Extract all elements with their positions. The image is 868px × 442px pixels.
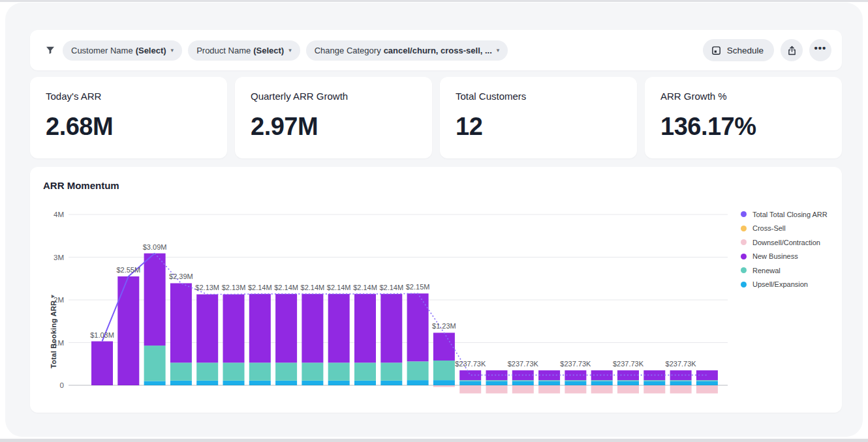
bar-value-label: $1.03M: [90, 331, 114, 339]
dashboard-container: Customer Name (Select) ▾ Product Name (S…: [5, 3, 863, 437]
bar-segment-new-business[interactable]: [275, 294, 297, 362]
bar-segment-upsell-expansion[interactable]: [538, 381, 560, 385]
bar-segment-renewal[interactable]: [459, 380, 481, 381]
bar-segment-renewal[interactable]: [696, 380, 718, 381]
bar-segment-upsell-expansion[interactable]: [696, 381, 718, 385]
bar-segment-upsell-expansion[interactable]: [170, 381, 192, 385]
bar-segment-new-business[interactable]: [380, 294, 402, 362]
share-button[interactable]: [781, 39, 803, 61]
bar-segment-renewal[interactable]: [591, 380, 613, 381]
legend-dot-icon: [741, 226, 747, 231]
y-tick-label: 3M: [54, 254, 64, 261]
bar-segment-renewal[interactable]: [170, 362, 192, 381]
bar-segment-new-business[interactable]: [433, 332, 455, 361]
arr-momentum-chart[interactable]: $1.03M$2.55M$3.09M$2.39M$2.13M$2.13M$2.1…: [30, 167, 842, 413]
bar-segment-new-business[interactable]: [144, 254, 166, 346]
bar-segment-renewal[interactable]: [275, 362, 297, 381]
bar-segment-upsell-expansion[interactable]: [617, 381, 639, 385]
chevron-down-icon: ▾: [497, 47, 500, 53]
bar-segment-upsell-expansion[interactable]: [380, 381, 402, 385]
schedule-button[interactable]: Schedule: [703, 39, 774, 61]
bar-segment-renewal[interactable]: [328, 362, 350, 381]
bar-segment-renewal[interactable]: [354, 362, 376, 381]
bar-segment-upsell-expansion[interactable]: [512, 381, 534, 385]
bar-segment-renewal[interactable]: [643, 380, 665, 381]
bar-segment-upsell-expansion[interactable]: [407, 380, 429, 385]
legend-dot-icon: [741, 267, 747, 273]
bar-segment-new-business[interactable]: [223, 294, 245, 362]
bar-segment-renewal[interactable]: [196, 362, 218, 381]
bar-segment-upsell-expansion[interactable]: [328, 381, 350, 385]
legend-item[interactable]: Upsell/Expansion: [741, 278, 844, 292]
bar-segment-renewal[interactable]: [565, 380, 586, 381]
bar-segment-downsell-contraction[interactable]: [512, 385, 534, 393]
y-tick-label: 2M: [54, 296, 64, 304]
kpi-card-total-customers[interactable]: Total Customers 12: [440, 77, 637, 158]
bar-segment-downsell-contraction[interactable]: [459, 385, 481, 393]
bar-segment-new-business[interactable]: [91, 342, 113, 385]
bar-value-label: $2.14M: [327, 284, 351, 291]
bar-segment-downsell-contraction[interactable]: [696, 385, 718, 393]
bar-segment-new-business[interactable]: [407, 293, 429, 361]
bar-segment-upsell-expansion[interactable]: [433, 380, 455, 385]
legend-item[interactable]: Total Total Closing ARR: [741, 207, 844, 222]
bar-segment-upsell-expansion[interactable]: [275, 381, 297, 385]
bar-segment-upsell-expansion[interactable]: [302, 381, 323, 385]
kpi-card-arr-growth-pct[interactable]: ARR Growth % 136.17%: [645, 77, 842, 158]
bar-segment-upsell-expansion[interactable]: [354, 381, 376, 385]
bar-segment-new-business[interactable]: [328, 294, 350, 362]
bar-segment-renewal[interactable]: [407, 361, 429, 380]
bar-value-label: $2.55M: [116, 266, 140, 274]
bar-segment-upsell-expansion[interactable]: [670, 381, 692, 385]
bar-segment-downsell-contraction[interactable]: [565, 385, 586, 393]
filter-value: cancel/churn, cross-sell, ...: [384, 46, 492, 55]
bar-segment-upsell-expansion[interactable]: [249, 381, 271, 385]
bar-segment-new-business[interactable]: [354, 294, 376, 362]
bar-segment-downsell-contraction[interactable]: [538, 385, 560, 393]
bar-segment-new-business[interactable]: [196, 294, 218, 362]
bar-segment-upsell-expansion[interactable]: [223, 381, 245, 385]
bar-segment-upsell-expansion[interactable]: [144, 381, 166, 385]
bar-segment-upsell-expansion[interactable]: [486, 381, 508, 385]
legend-item[interactable]: New Business: [741, 250, 844, 264]
filter-change-category[interactable]: Change Category cancel/churn, cross-sell…: [306, 40, 508, 61]
kpi-card-todays-arr[interactable]: Today's ARR 2.68M: [30, 77, 227, 158]
more-options-button[interactable]: •••: [809, 39, 831, 61]
bar-segment-downsell-contraction[interactable]: [643, 385, 665, 393]
legend-label: Renewal: [752, 267, 781, 274]
bar-segment-downsell-contraction[interactable]: [486, 385, 508, 393]
bar-segment-renewal[interactable]: [144, 346, 166, 381]
legend-item[interactable]: Renewal: [741, 263, 844, 278]
bar-segment-new-business[interactable]: [117, 276, 139, 385]
bar-value-label: $2.13M: [195, 284, 219, 291]
bar-segment-upsell-expansion[interactable]: [196, 381, 218, 385]
bar-segment-renewal[interactable]: [617, 380, 639, 381]
bar-segment-renewal[interactable]: [380, 362, 402, 381]
filter-product-name[interactable]: Product Name (Select) ▾: [188, 40, 300, 61]
bar-segment-new-business[interactable]: [170, 283, 192, 362]
legend-item[interactable]: Cross-Sell: [741, 222, 844, 236]
bar-segment-renewal[interactable]: [486, 380, 508, 381]
bar-segment-upsell-expansion[interactable]: [565, 381, 586, 385]
bar-value-label: $2.14M: [274, 284, 298, 291]
bar-segment-upsell-expansion[interactable]: [643, 381, 665, 385]
bar-segment-new-business[interactable]: [302, 294, 323, 362]
filter-customer-name[interactable]: Customer Name (Select) ▾: [63, 40, 182, 61]
kpi-card-quarterly-arr-growth[interactable]: Quarterly ARR Growth 2.97M: [235, 77, 432, 158]
bar-segment-renewal[interactable]: [302, 362, 323, 381]
bar-segment-upsell-expansion[interactable]: [459, 381, 481, 385]
legend-item[interactable]: Downsell/Contraction: [741, 235, 844, 250]
bar-segment-renewal[interactable]: [249, 362, 271, 381]
bar-segment-renewal[interactable]: [512, 380, 534, 381]
bar-segment-renewal[interactable]: [223, 362, 245, 381]
bar-segment-downsell-contraction[interactable]: [670, 385, 692, 393]
bar-segment-renewal[interactable]: [670, 380, 692, 381]
bar-segment-upsell-expansion[interactable]: [591, 381, 613, 385]
kpi-value: 136.17%: [660, 113, 826, 141]
bar-segment-renewal[interactable]: [538, 380, 560, 381]
bar-segment-downsell-contraction[interactable]: [591, 385, 613, 393]
bar-segment-downsell-contraction[interactable]: [617, 385, 639, 393]
bar-segment-new-business[interactable]: [249, 294, 271, 362]
bar-segment-renewal[interactable]: [433, 361, 455, 380]
chart-legend: Total Total Closing ARRCross-SellDownsel…: [741, 207, 844, 291]
